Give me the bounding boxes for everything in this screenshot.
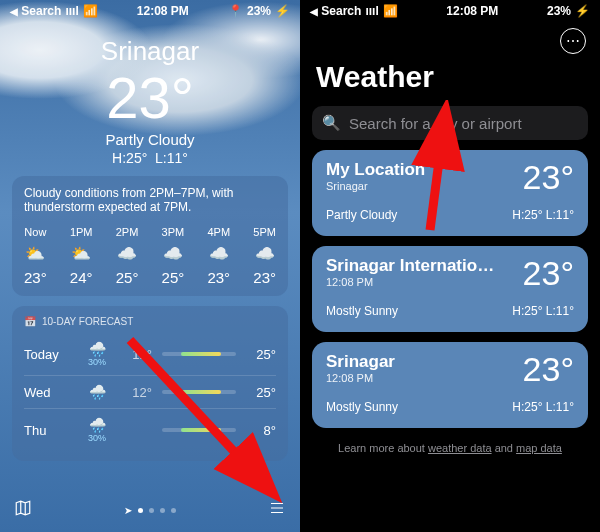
learn-more-text: Learn more about weather data and map da…: [300, 442, 600, 454]
hour-item: Now⛅23°: [24, 226, 47, 286]
ten-day-title: 📅 10-DAY FORECAST: [24, 316, 276, 327]
charging-icon: ⚡: [275, 4, 290, 18]
status-bar: ◀ Search ıııl 📶 12:08 PM 📍 23% ⚡: [0, 0, 300, 22]
charging-icon: ⚡: [575, 4, 590, 18]
city-header: Srinagar 23° Partly Cloudy H:25° L:11°: [0, 0, 300, 166]
city-card[interactable]: Srinagar Internatio…12:08 PM23°Mostly Su…: [312, 246, 588, 332]
back-search[interactable]: ◀ Search: [10, 4, 61, 18]
back-search[interactable]: ◀ Search: [310, 4, 361, 18]
annotation-arrow-to-list: [110, 330, 290, 510]
hourly-row[interactable]: Now⛅23°1PM⛅24°2PM☁️25°3PM☁️25°4PM☁️23°5P…: [24, 226, 276, 286]
map-data-link[interactable]: map data: [516, 442, 562, 454]
annotation-arrow-to-search: [390, 100, 490, 240]
hour-item: 4PM☁️23°: [207, 226, 230, 286]
high-low: H:25° L:11°: [0, 150, 300, 166]
status-time: 12:08 PM: [137, 4, 189, 18]
weather-data-link[interactable]: weather data: [428, 442, 492, 454]
signal-icon: ıııl: [65, 4, 78, 18]
hour-item: 1PM⛅24°: [70, 226, 93, 286]
status-time: 12:08 PM: [446, 4, 498, 18]
wifi-icon: 📶: [383, 4, 398, 18]
battery-pct: 23%: [547, 4, 571, 18]
location-icon: 📍: [228, 4, 243, 18]
current-condition: Partly Cloudy: [0, 131, 300, 148]
more-button[interactable]: ⋯: [560, 28, 586, 54]
hour-item: 5PM☁️23°: [253, 226, 276, 286]
search-icon: 🔍: [322, 114, 341, 132]
city-card[interactable]: Srinagar12:08 PM23°Mostly SunnyH:25° L:1…: [312, 342, 588, 428]
phone-screen-weather-detail: ◀ Search ıııl 📶 12:08 PM 📍 23% ⚡ Srinaga…: [0, 0, 300, 532]
status-bar: ◀ Search ıııl 📶 12:08 PM 23% ⚡: [300, 0, 600, 22]
hour-item: 3PM☁️25°: [162, 226, 185, 286]
current-temp: 23°: [0, 69, 300, 127]
battery-pct: 23%: [247, 4, 271, 18]
calendar-icon: 📅: [24, 316, 36, 327]
phone-screen-weather-list: ◀ Search ıııl 📶 12:08 PM 23% ⚡ ⋯ Weather…: [300, 0, 600, 532]
wifi-icon: 📶: [83, 4, 98, 18]
map-button[interactable]: [14, 499, 32, 521]
city-name: Srinagar: [0, 36, 300, 67]
signal-icon: ıııl: [365, 4, 378, 18]
hour-item: 2PM☁️25°: [116, 226, 139, 286]
